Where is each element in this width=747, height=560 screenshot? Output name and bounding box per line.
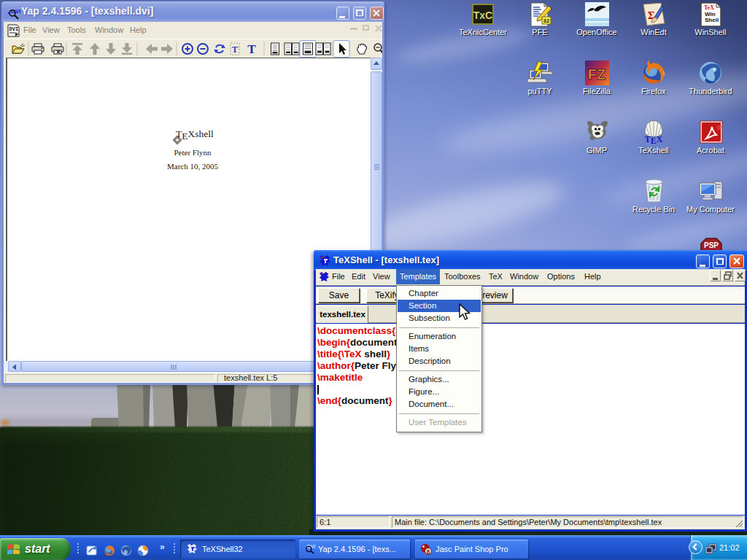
- svg-text:DVI: DVI: [9, 26, 19, 32]
- svg-text:32: 32: [543, 18, 550, 24]
- svg-text:Shell: Shell: [705, 17, 719, 23]
- svg-text:TxC: TxC: [473, 9, 492, 21]
- svg-text:T: T: [247, 42, 256, 56]
- svg-text:8: 8: [426, 548, 430, 556]
- svg-text:TeX: TeX: [704, 4, 714, 11]
- svg-text:T: T: [232, 44, 238, 55]
- svg-text:FZ: FZ: [588, 66, 605, 82]
- svg-text:PSP: PSP: [704, 241, 719, 249]
- svg-text:TEX: TEX: [645, 134, 663, 145]
